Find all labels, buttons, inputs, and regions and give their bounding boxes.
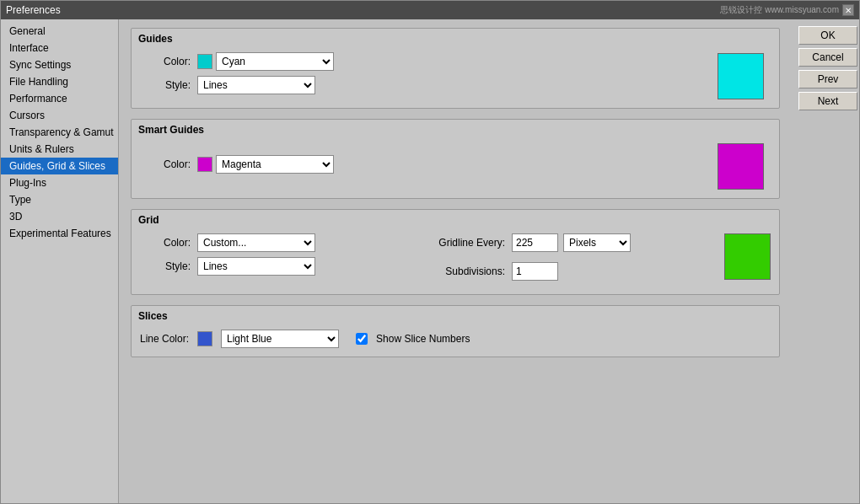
main-content: General Interface Sync Settings File Han… — [1, 19, 859, 503]
slices-section-body: Line Color: Light Blue Cyan Magenta Cust… — [132, 324, 779, 357]
gridline-input[interactable] — [512, 233, 558, 252]
slice-row: Line Color: Light Blue Cyan Magenta Cust… — [140, 330, 771, 348]
smart-guides-section-title: Smart Guides — [132, 120, 779, 138]
slice-line-color-label: Line Color: — [140, 333, 189, 345]
grid-section-title: Grid — [132, 210, 779, 228]
guides-section-body: Color: Cyan Light Blue Custom... Style: — [132, 47, 779, 108]
smart-guides-fields: Color: Magenta Cyan Custom... — [140, 155, 334, 179]
sidebar-item-units-rulers[interactable]: Units & Rulers — [1, 141, 118, 158]
subdivisions-label: Subdivisions: — [421, 265, 505, 277]
grid-gridline-row: Gridline Every: Pixels Inches Cm — [421, 233, 631, 252]
sidebar-item-sync-settings[interactable]: Sync Settings — [1, 56, 118, 73]
guides-color-select[interactable]: Cyan Light Blue Custom... — [216, 52, 334, 71]
close-button[interactable]: ✕ — [842, 4, 854, 16]
sidebar-item-plug-ins[interactable]: Plug-Ins — [1, 174, 118, 191]
sidebar-item-interface[interactable]: Interface — [1, 40, 118, 56]
window-title: Preferences — [6, 4, 61, 16]
ok-button[interactable]: OK — [798, 26, 857, 45]
gridline-label: Gridline Every: — [421, 237, 505, 249]
grid-style-label: Style: — [140, 260, 191, 272]
cancel-button[interactable]: Cancel — [798, 48, 857, 67]
guides-fields: Color: Cyan Light Blue Custom... Style: — [140, 52, 334, 99]
title-bar: Preferences 思锐设计控 www.missyuan.com ✕ — [1, 1, 859, 19]
buttons-panel: OK Cancel Prev Next — [792, 19, 859, 503]
main-panel: Guides Color: Cyan Light Blue Custom... — [119, 19, 792, 503]
guides-section: Guides Color: Cyan Light Blue Custom... — [131, 28, 780, 109]
smart-guides-section: Smart Guides Color: Magenta Cyan Custom.… — [131, 119, 780, 199]
guides-color-label: Color: — [140, 56, 191, 67]
units-select[interactable]: Pixels Inches Cm — [563, 233, 631, 252]
sidebar-item-file-handling[interactable]: File Handling — [1, 73, 118, 90]
smart-guides-color-label: Color: — [140, 158, 191, 170]
grid-section: Grid Color: Custom... Cyan Magenta — [131, 209, 780, 295]
grid-color-preview — [724, 233, 771, 280]
grid-right-fields: Gridline Every: Pixels Inches Cm Subdivi… — [421, 233, 631, 286]
sidebar-item-guides-grid-slices[interactable]: Guides, Grid & Slices — [1, 158, 118, 174]
guides-section-title: Guides — [132, 29, 779, 47]
grid-style-select[interactable]: Lines Dashed Dots — [197, 257, 315, 276]
slices-section: Slices Line Color: Light Blue Cyan Magen… — [131, 305, 780, 357]
guides-color-swatch — [197, 54, 212, 69]
sidebar-item-3d[interactable]: 3D — [1, 208, 118, 225]
guides-style-label: Style: — [140, 79, 191, 91]
sidebar-item-experimental[interactable]: Experimental Features — [1, 225, 118, 242]
subdivisions-input[interactable] — [512, 262, 558, 281]
guides-color-preview — [718, 53, 764, 99]
watermark: 思锐设计控 www.missyuan.com — [720, 4, 839, 16]
title-bar-right: 思锐设计控 www.missyuan.com ✕ — [720, 4, 854, 16]
grid-style-row: Style: Lines Dashed Dots — [140, 257, 315, 276]
grid-color-row: Color: Custom... Cyan Magenta — [140, 233, 315, 252]
slice-color-select[interactable]: Light Blue Cyan Magenta Custom... — [221, 330, 339, 348]
sidebar-item-performance[interactable]: Performance — [1, 90, 118, 107]
next-button[interactable]: Next — [798, 92, 857, 110]
smart-guides-color-preview — [718, 143, 764, 190]
slice-color-swatch — [197, 331, 212, 346]
grid-color-label: Color: — [140, 237, 191, 249]
title-bar-left: Preferences — [6, 4, 61, 16]
show-slice-numbers-label: Show Slice Numbers — [376, 333, 470, 345]
prev-button[interactable]: Prev — [798, 70, 857, 88]
slices-section-title: Slices — [132, 306, 779, 324]
guides-style-select[interactable]: Lines Dashed — [197, 76, 315, 94]
sidebar-item-cursors[interactable]: Cursors — [1, 107, 118, 124]
preferences-window: Preferences 思锐设计控 www.missyuan.com ✕ Gen… — [0, 0, 860, 504]
sidebar: General Interface Sync Settings File Han… — [1, 19, 119, 503]
guides-style-row: Style: Lines Dashed — [140, 76, 334, 94]
show-slice-numbers-checkbox[interactable] — [356, 333, 368, 345]
grid-left-fields: Color: Custom... Cyan Magenta Style: — [140, 233, 315, 281]
sidebar-item-general[interactable]: General — [1, 23, 118, 40]
sidebar-item-type[interactable]: Type — [1, 191, 118, 208]
smart-guides-color-swatch — [197, 157, 212, 172]
smart-guides-color-row: Color: Magenta Cyan Custom... — [140, 155, 334, 174]
guides-color-row: Color: Cyan Light Blue Custom... — [140, 52, 334, 71]
sidebar-item-transparency-gamut[interactable]: Transparency & Gamut — [1, 124, 118, 141]
smart-guides-color-select[interactable]: Magenta Cyan Custom... — [216, 155, 334, 174]
grid-subdivisions-row: Subdivisions: — [421, 262, 631, 281]
grid-color-select[interactable]: Custom... Cyan Magenta — [197, 233, 315, 252]
grid-section-body: Color: Custom... Cyan Magenta Style: — [132, 228, 779, 294]
smart-guides-section-body: Color: Magenta Cyan Custom... — [132, 138, 779, 198]
